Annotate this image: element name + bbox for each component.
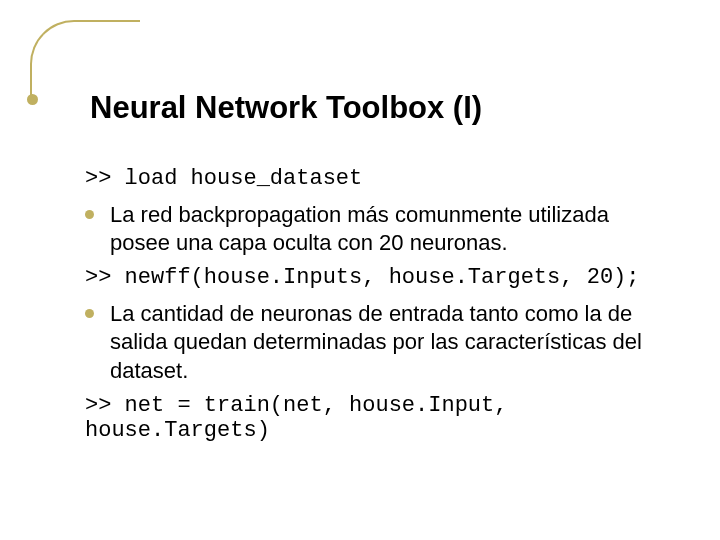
bullet-text-2: La cantidad de neuronas de entrada tanto… (110, 300, 660, 384)
slide: Neural Network Toolbox (I) >> load house… (0, 0, 720, 540)
bullet-text-1: La red backpropagation más comunmente ut… (110, 201, 660, 257)
decorative-dot (27, 94, 38, 105)
decorative-arc (30, 20, 140, 100)
bullet-item-2: La cantidad de neuronas de entrada tanto… (85, 300, 660, 384)
slide-title: Neural Network Toolbox (I) (90, 90, 660, 126)
bullet-icon (85, 309, 94, 318)
bullet-icon (85, 210, 94, 219)
bullet-item-1: La red backpropagation más comunmente ut… (85, 201, 660, 257)
code-line-load: >> load house_dataset (85, 166, 660, 191)
code-line-newff: >> newff(house.Inputs, house.Targets, 20… (85, 265, 660, 290)
code-line-train: >> net = train(net, house.Input, house.T… (85, 393, 660, 443)
